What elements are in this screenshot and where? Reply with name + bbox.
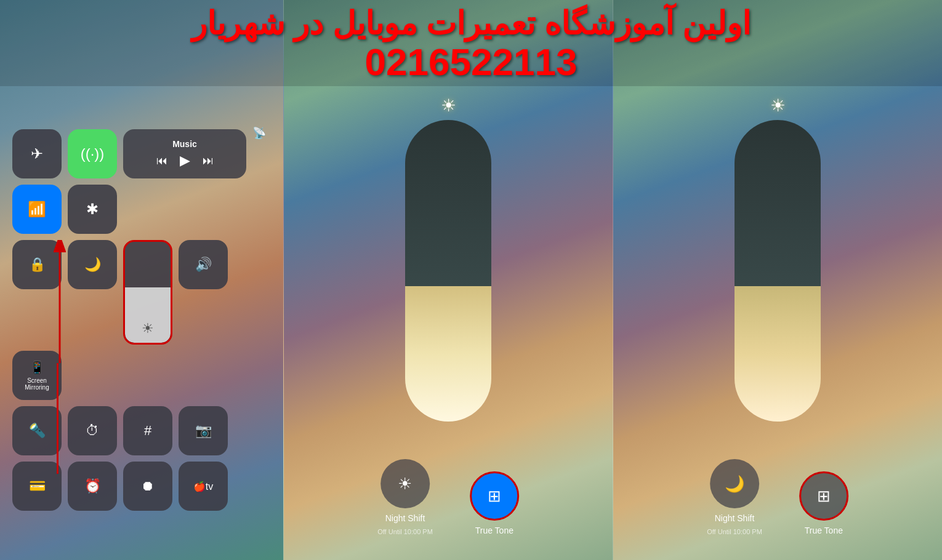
bottom-buttons-2: 🌙 Night Shift Off Until 10:00 PM ⊞ True … — [707, 459, 848, 535]
music-next-button[interactable]: ⏭ — [203, 154, 214, 167]
apple-tv-button[interactable]: 🍎tv — [179, 462, 228, 511]
true-tone-button-2[interactable]: ⊞ True Tone — [799, 471, 848, 535]
cc-row-3: 📱 ScreenMirroring — [12, 351, 271, 400]
brightness-pill-1 — [405, 120, 491, 422]
night-shift-icon-2[interactable]: 🌙 — [710, 459, 759, 508]
cc-row-5: 💳 ⏰ ⏺ 🍎tv — [12, 462, 271, 511]
music-widget: Music ⏮ ▶ ⏭ — [123, 129, 246, 178]
brightness-icon: ☀ — [142, 321, 154, 337]
night-shift-label-2: Night Shift — [715, 513, 755, 523]
music-controls: ⏮ ▶ ⏭ — [156, 153, 214, 169]
night-shift-label-1: Night Shift — [385, 513, 425, 523]
sun-icon-top-2: ☀ — [770, 95, 786, 116]
true-tone-icon-2[interactable]: ⊞ — [799, 471, 848, 521]
music-title: Music — [172, 139, 197, 149]
night-shift-button-1[interactable]: ☀ Night Shift Off Until 10:00 PM — [377, 459, 433, 535]
cc-controls: ✈ ((·)) 📶 ✱ Music ⏮ ▶ ⏭ — [12, 129, 271, 542]
hotspot-button[interactable]: ((·)) — [68, 129, 117, 178]
do-not-disturb-button[interactable]: 🌙 — [68, 240, 117, 289]
brightness-dark-section — [405, 120, 491, 286]
music-play-button[interactable]: ▶ — [180, 153, 190, 169]
screen-mirroring-label: ScreenMirroring — [25, 377, 49, 391]
brightness-slider[interactable]: ☀ — [123, 240, 172, 345]
night-shift-sublabel-1: Off Until 10:00 PM — [377, 528, 433, 535]
red-arrow — [54, 240, 66, 372]
sun-icon-top-1: ☀ — [441, 95, 456, 116]
clock-button[interactable]: ⏰ — [68, 462, 117, 511]
cc-row-1: ✈ ((·)) 📶 ✱ Music ⏮ ▶ ⏭ — [12, 129, 271, 234]
true-tone-label-1: True Tone — [475, 526, 513, 535]
screen-record-button[interactable]: ⏺ — [123, 462, 172, 511]
airplane-mode-button[interactable]: ✈ — [12, 129, 62, 178]
music-prev-button[interactable]: ⏮ — [156, 154, 167, 167]
wallet-button[interactable]: 💳 — [12, 462, 62, 511]
true-tone-button-1[interactable]: ⊞ True Tone — [470, 471, 519, 535]
night-shift-icon-1[interactable]: ☀ — [380, 459, 430, 508]
red-arrow-bottom — [57, 363, 58, 474]
night-shift-sublabel-2: Off Until 10:00 PM — [707, 528, 762, 535]
cc-row-2: 🔒 🌙 ☀ 🔊 — [12, 240, 271, 345]
flashlight-button[interactable]: 🔦 — [12, 406, 62, 455]
cc-row-4: 🔦 ⏱ # 📷 — [12, 406, 271, 455]
brightness-dark-section-2 — [735, 120, 821, 286]
phone-number: 0216522113 — [0, 41, 942, 83]
volume-button[interactable]: 🔊 — [179, 240, 228, 289]
true-tone-label-2: True Tone — [805, 526, 843, 535]
brightness-light-section — [405, 286, 491, 422]
night-shift-button-2[interactable]: 🌙 Night Shift Off Until 10:00 PM — [707, 459, 762, 535]
bluetooth-button[interactable]: ✱ — [68, 185, 117, 234]
timer-button[interactable]: ⏱ — [68, 406, 117, 455]
wifi-indicator: 📡 — [252, 129, 265, 234]
wifi-button[interactable]: 📶 — [12, 185, 62, 234]
header: اولین آموزشگاه تعمیرات موبایل در شهریار … — [0, 0, 942, 86]
camera-button[interactable]: 📷 — [179, 406, 228, 455]
persian-title: اولین آموزشگاه تعمیرات موبایل در شهریار — [0, 6, 942, 41]
bottom-buttons-1: ☀ Night Shift Off Until 10:00 PM ⊞ True … — [377, 459, 519, 535]
calculator-button[interactable]: # — [123, 406, 172, 455]
true-tone-icon-1[interactable]: ⊞ — [470, 471, 519, 521]
brightness-pill-2 — [735, 120, 821, 422]
brightness-warm-section — [735, 286, 821, 422]
